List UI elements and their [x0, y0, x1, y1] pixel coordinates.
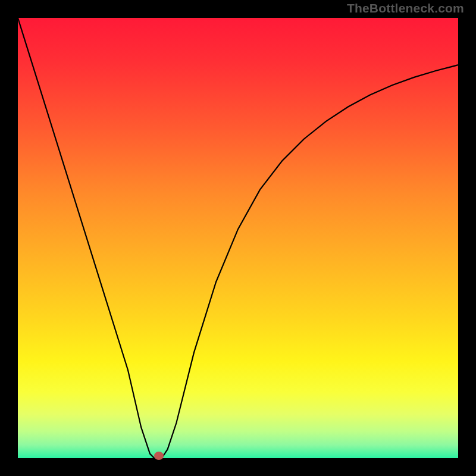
- chart-frame: TheBottleneck.com: [0, 0, 476, 476]
- bottleneck-curve: [18, 18, 458, 458]
- plot-area: [18, 18, 458, 458]
- watermark-text: TheBottleneck.com: [347, 1, 464, 15]
- optimal-point-marker: [154, 452, 164, 460]
